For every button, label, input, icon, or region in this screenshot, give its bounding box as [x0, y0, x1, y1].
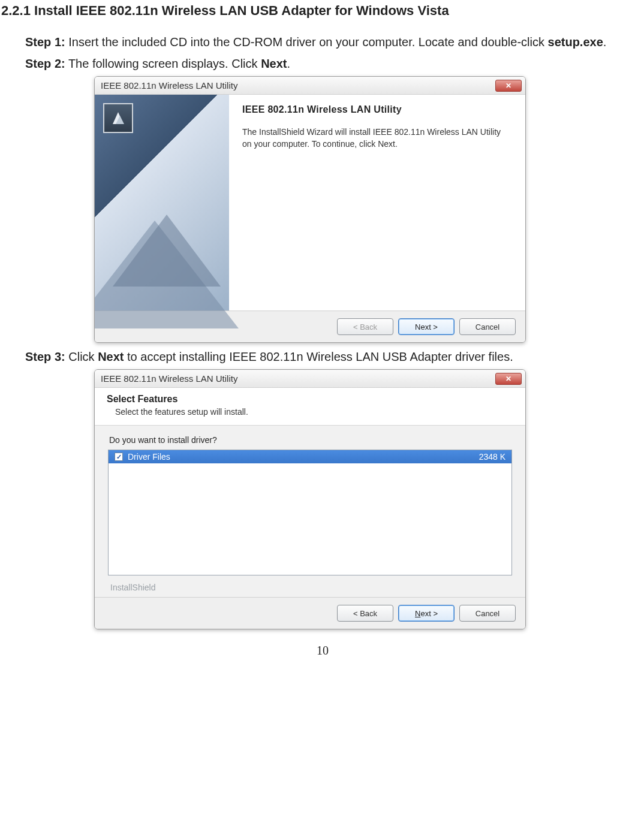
titlebar: IEEE 802.11n Wireless LAN Utility ✕	[95, 77, 525, 95]
feature-item-label: Driver Files	[128, 452, 479, 462]
step-1-text-b: .	[603, 35, 607, 49]
step-2-label: Step 2:	[25, 57, 65, 70]
install-question: Do you want to install driver?	[109, 435, 512, 445]
step-1: Step 1: Insert the included CD into the …	[25, 33, 644, 51]
close-icon: ✕	[505, 375, 511, 383]
features-title: Select Features	[107, 394, 513, 405]
next-button[interactable]: Next >	[398, 318, 455, 335]
close-button[interactable]: ✕	[495, 80, 522, 92]
cancel-button[interactable]: Cancel	[459, 605, 516, 622]
installer-dialog-features: IEEE 802.11n Wireless LAN Utility ✕ Sele…	[94, 369, 526, 629]
step-1-text-a: Insert the included CD into the CD-ROM d…	[65, 35, 548, 49]
button-bar: < Back Next > Cancel	[95, 597, 525, 629]
window-title: IEEE 802.11n Wireless LAN Utility	[101, 373, 495, 384]
step-2-text-b: .	[287, 57, 290, 70]
installer-dialog-welcome: IEEE 802.11n Wireless LAN Utility ✕ IEEE…	[94, 76, 526, 343]
step-1-bold: setup.exe	[548, 35, 603, 49]
feature-item-size: 2348 K	[479, 452, 505, 462]
checkbox-driver-files[interactable]: ✓	[115, 453, 123, 461]
wizard-heading: IEEE 802.11n Wireless LAN Utility	[242, 104, 512, 115]
close-icon: ✕	[505, 82, 511, 90]
step-3-text-b: to accept installing IEEE 802.11n Wirele…	[124, 350, 513, 363]
window-title: IEEE 802.11n Wireless LAN Utility	[101, 80, 495, 91]
page-number: 10	[1, 644, 644, 658]
close-button[interactable]: ✕	[495, 373, 522, 385]
back-button: < Back	[337, 318, 393, 335]
features-subtitle: Select the features setup will install.	[115, 407, 513, 417]
feature-item-driver-files[interactable]: ✓ Driver Files 2348 K	[109, 450, 511, 463]
step-2-text-a: The following screen displays. Click	[65, 57, 261, 70]
wizard-body-text: The InstallShield Wizard will install IE…	[242, 126, 512, 150]
section-heading: 2.2.1 Install IEEE 802.11n Wireless LAN …	[1, 3, 644, 19]
step-3-text-a: Click	[65, 350, 98, 363]
step-3-label: Step 3:	[25, 350, 65, 363]
installshield-label: InstallShield	[108, 575, 512, 592]
step-3: Step 3: Click Next to accept installing …	[25, 348, 644, 366]
next-button[interactable]: Next >	[398, 605, 455, 622]
cancel-button[interactable]: Cancel	[459, 318, 516, 335]
features-listbox[interactable]: ✓ Driver Files 2348 K	[108, 450, 512, 575]
step-2: Step 2: The following screen displays. C…	[25, 55, 644, 73]
wizard-side-graphic	[95, 95, 229, 311]
step-3-bold: Next	[98, 350, 124, 363]
installer-logo-icon	[103, 103, 133, 133]
titlebar: IEEE 802.11n Wireless LAN Utility ✕	[95, 370, 525, 388]
step-1-label: Step 1:	[25, 35, 65, 49]
back-button[interactable]: < Back	[337, 605, 393, 622]
step-2-bold: Next	[261, 57, 287, 70]
